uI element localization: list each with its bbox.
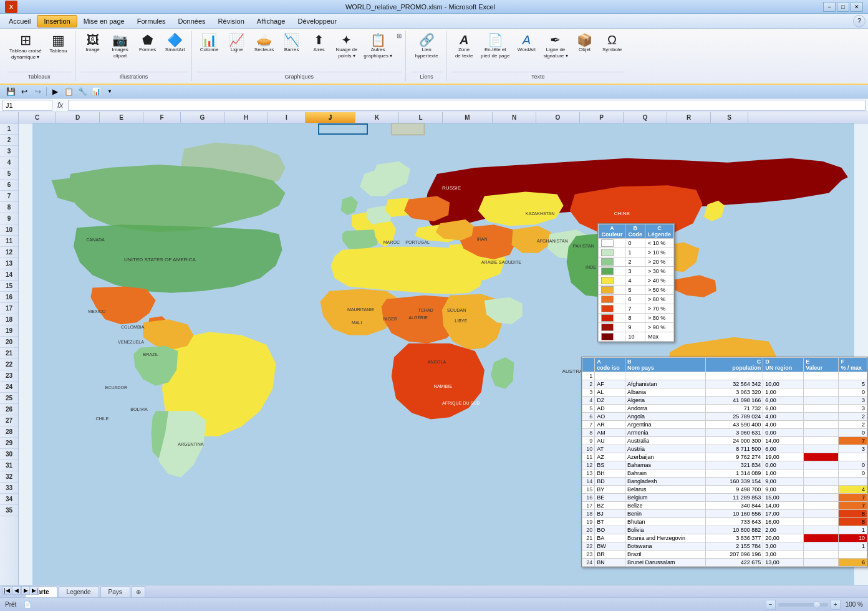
row-27[interactable]: 27 (0, 415, 18, 426)
secteurs-button[interactable]: 🥧 Secteurs (252, 32, 277, 54)
ligne-signature-button[interactable]: ✒ Ligne designature ▾ (541, 32, 569, 60)
row-16[interactable]: 16 (0, 292, 18, 303)
col-header-s[interactable]: S (711, 112, 748, 123)
row-28[interactable]: 28 (0, 426, 18, 438)
table-row[interactable]: 16 BE Belgium 11 289 853 15,00 7 (582, 494, 867, 502)
row-17[interactable]: 17 (0, 303, 18, 314)
row-35[interactable]: 35 (0, 505, 18, 516)
row-20[interactable]: 20 (0, 337, 18, 348)
menu-item-formules[interactable]: Formules (131, 15, 172, 27)
zone-de-texte-button[interactable]: A Zonede texte (451, 32, 476, 60)
col-header-o[interactable]: O (536, 112, 580, 123)
row-8[interactable]: 8 (0, 202, 18, 213)
qa-btn3[interactable]: 🔧 (77, 86, 88, 97)
table-row[interactable]: 2 AF Afghanistan 32 564 342 10,00 5 (582, 380, 867, 388)
row-29[interactable]: 29 (0, 438, 18, 449)
qa-dropdown[interactable]: ▼ (104, 86, 115, 97)
table-row[interactable]: 24 BN Brunei Darussalam 422 675 13,00 6 (582, 559, 867, 567)
table-row[interactable]: 1 (582, 372, 867, 380)
graphiques-expand[interactable]: ⊞ (397, 32, 402, 39)
qa-btn2[interactable]: 📋 (63, 86, 74, 97)
table-row[interactable]: 6 AO Angola 25 789 024 4,00 2 (582, 413, 867, 421)
col-header-p[interactable]: P (580, 112, 624, 123)
table-row[interactable]: 4 DZ Algeria 41 098 166 6,00 3 (582, 397, 867, 405)
smartart-button[interactable]: 🔷 SmartArt (163, 32, 188, 54)
zoom-thumb[interactable] (813, 601, 821, 609)
row-13[interactable]: 13 (0, 258, 18, 269)
row-19[interactable]: 19 (0, 325, 18, 337)
row-10[interactable]: 10 (0, 224, 18, 236)
new-sheet-button[interactable]: ⊕ (132, 586, 145, 597)
undo-button[interactable]: ↩ (19, 86, 30, 97)
qa-btn4[interactable]: 📊 (90, 86, 102, 97)
entete-pied-button[interactable]: 📄 En-tête etpied de page (479, 32, 511, 60)
symbole-button[interactable]: Ω Symbole (600, 32, 625, 54)
row-7[interactable]: 7 (0, 191, 18, 202)
table-row[interactable]: 8 AM Armenia 3 060 631 0,00 0 (582, 429, 867, 437)
aires-button[interactable]: ⬆ Aires (307, 32, 332, 54)
row-9[interactable]: 9 (0, 213, 18, 224)
table-row[interactable]: 19 BT Bhutan 733 643 16,00 8 (582, 518, 867, 526)
minimize-button[interactable]: − (823, 2, 836, 12)
autres-graphiques-button[interactable]: 📋 Autresgraphiques ▾ (362, 32, 394, 60)
menu-item-insertion[interactable]: Insertion (37, 15, 77, 27)
row-2[interactable]: 2 (0, 135, 18, 146)
row-26[interactable]: 26 (0, 404, 18, 415)
row-1[interactable]: 1 (0, 123, 18, 135)
zoom-slider[interactable] (778, 603, 828, 607)
sheet-tab-legende[interactable]: Legende (59, 586, 99, 597)
objet-button[interactable]: 📦 Objet (572, 32, 597, 54)
menu-item-donnees[interactable]: Données (172, 15, 212, 27)
formes-button[interactable]: ⬟ Formes (135, 32, 160, 54)
table-row[interactable]: 18 BJ Benin 10 160 556 17,00 8 (582, 510, 867, 518)
table-row[interactable]: 12 BS Bahamas 321 834 0,00 0 (582, 461, 867, 469)
ligne-button[interactable]: 📈 Ligne (224, 32, 249, 54)
table-row[interactable]: 17 BZ Belize 340 844 14,00 7 (582, 502, 867, 510)
menu-item-accueil[interactable]: Accueil (2, 15, 37, 27)
row-5[interactable]: 5 (0, 168, 18, 180)
table-row[interactable]: 9 AU Australia 24 000 300 14,00 7 (582, 437, 867, 445)
row-21[interactable]: 21 (0, 348, 18, 359)
help-button[interactable]: ? (853, 15, 866, 27)
row-11[interactable]: 11 (0, 236, 18, 247)
col-header-n[interactable]: N (493, 112, 536, 123)
tableau-button[interactable]: ▦ Tableau (46, 32, 71, 55)
row-18[interactable]: 18 (0, 314, 18, 325)
sheet-tab-pays[interactable]: Pays (100, 586, 130, 597)
save-button[interactable]: 💾 (5, 86, 16, 97)
table-row[interactable]: 11 AZ Azerbaijan 9 762 274 19,00 (582, 453, 867, 461)
lien-hypertexte-button[interactable]: 🔗 Lienhypertexte (411, 32, 442, 60)
row-30[interactable]: 30 (0, 449, 18, 460)
close-button[interactable]: ✕ (851, 2, 863, 12)
colonne-button[interactable]: 📊 Colonne (197, 32, 222, 54)
maximize-button[interactable]: □ (837, 2, 849, 12)
col-header-k[interactable]: K (355, 112, 399, 123)
row-25[interactable]: 25 (0, 393, 18, 404)
redo-button[interactable]: ↪ (32, 86, 44, 97)
tab-next-button[interactable]: ▶ (21, 586, 30, 595)
tableau-croise-button[interactable]: ⊞ Tableau croisédynamique ▾ (7, 32, 44, 61)
col-header-c[interactable]: C (19, 112, 56, 123)
menu-item-affichage[interactable]: Affichage (251, 15, 292, 27)
col-header-m[interactable]: M (443, 112, 493, 123)
table-row[interactable]: 5 AD Andorra 71 732 6,00 3 (582, 405, 867, 413)
row-15[interactable]: 15 (0, 281, 18, 292)
barres-button[interactable]: 📉 Barres (279, 32, 304, 54)
row-23[interactable]: 23 (0, 370, 18, 382)
col-header-h[interactable]: H (224, 112, 268, 123)
row-6[interactable]: 6 (0, 180, 18, 191)
table-row[interactable]: 23 BR Brazil 207 096 196 3,00 (582, 551, 867, 559)
table-row[interactable]: 22 BW Botswana 2 155 784 3,00 1 (582, 542, 867, 551)
row-3[interactable]: 3 (0, 146, 18, 157)
menu-item-mise-en-page[interactable]: Mise en page (77, 15, 131, 27)
col-header-i[interactable]: I (268, 112, 306, 123)
select-all-button[interactable] (0, 112, 19, 123)
qa-btn1[interactable]: ▶ (49, 86, 60, 97)
tab-prev-button[interactable]: ◀ (12, 586, 21, 595)
col-header-e[interactable]: E (100, 112, 143, 123)
row-14[interactable]: 14 (0, 269, 18, 281)
row-24[interactable]: 24 (0, 382, 18, 393)
col-header-d[interactable]: D (56, 112, 100, 123)
table-row[interactable]: 15 BY Belarus 9 498 700 9,00 4 (582, 486, 867, 494)
row-4[interactable]: 4 (0, 157, 18, 168)
